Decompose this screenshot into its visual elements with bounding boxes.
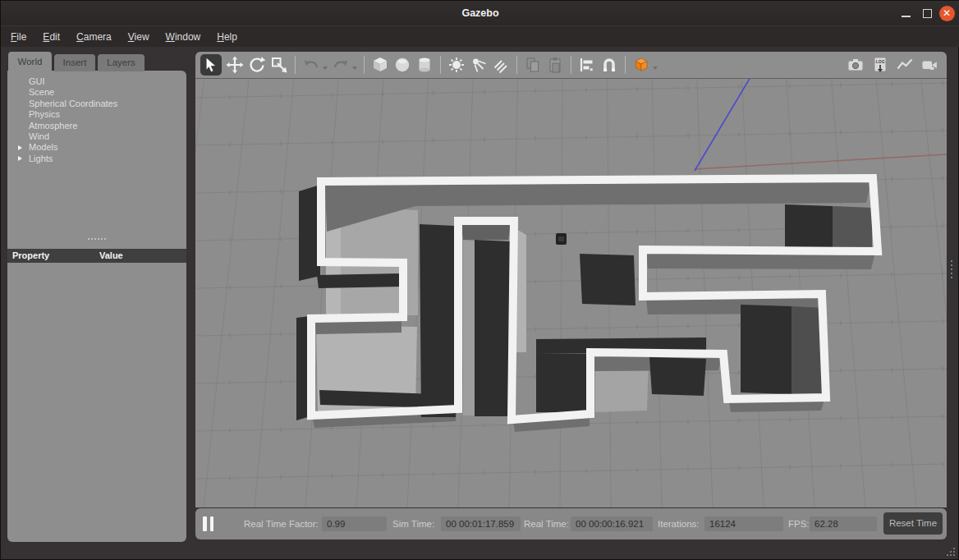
fps-label: FPS: <box>788 508 810 539</box>
tree-item-atmosphere[interactable]: Atmosphere <box>7 121 186 131</box>
close-button[interactable]: ✕ <box>938 1 956 25</box>
world-tree-panel: GUI Scene Spherical Coordinates Physics … <box>7 71 186 542</box>
tree-item-gui[interactable]: GUI <box>7 76 186 87</box>
ground-grid-line <box>204 79 249 507</box>
menu-camera[interactable]: Camera <box>75 30 113 44</box>
record-video-button[interactable] <box>920 56 938 74</box>
value-column-header: Value <box>99 249 123 263</box>
redo-button[interactable] <box>332 56 350 74</box>
expand-arrow-icon[interactable] <box>18 145 22 150</box>
redo-history-caret[interactable] <box>352 67 357 70</box>
select-tool-button[interactable] <box>200 54 222 76</box>
menu-bar: File Edit Camera View Window Help <box>1 25 959 47</box>
panel-splitter-handle[interactable] <box>951 260 952 278</box>
view-angle-button[interactable] <box>632 56 650 74</box>
paste-button[interactable] <box>546 56 564 74</box>
wall-shadow <box>317 273 402 288</box>
iterations-value-field: 16124 <box>704 516 783 531</box>
copy-button[interactable] <box>524 56 542 74</box>
directional-light-button[interactable] <box>492 56 510 74</box>
minimize-button[interactable] <box>897 1 914 25</box>
property-table-header: Property Value <box>7 249 186 263</box>
menu-window[interactable]: Window <box>164 30 203 44</box>
world-tree: GUI Scene Spherical Coordinates Physics … <box>7 76 186 164</box>
window-resize-grip[interactable] <box>943 544 955 556</box>
window-title: Gazebo <box>1 1 959 25</box>
wall-shadow <box>463 240 475 415</box>
rotate-tool-button[interactable] <box>248 56 266 74</box>
world-panel: World Insert Layers GUI Scene Spherical … <box>7 52 186 542</box>
insert-box-button[interactable] <box>371 56 389 74</box>
tree-item-wind[interactable]: Wind <box>7 131 186 142</box>
point-light-button[interactable] <box>447 56 466 74</box>
maximize-button[interactable] <box>919 1 935 25</box>
tree-splitter-handle[interactable] <box>7 236 186 242</box>
undo-history-caret[interactable] <box>323 67 328 70</box>
viewport-toolbar: LOG <box>195 52 947 79</box>
menu-help[interactable]: Help <box>215 30 239 44</box>
sim-time-value-field: 00 00:01:17.859 <box>441 516 521 531</box>
tab-world[interactable]: World <box>8 52 52 71</box>
toolbar-separator <box>571 56 571 74</box>
sim-time-label: Sim Time: <box>392 508 434 539</box>
screenshot-camera-button[interactable] <box>847 56 865 74</box>
undo-button[interactable] <box>302 56 320 74</box>
wall-shadow <box>741 305 792 394</box>
align-tool-button[interactable] <box>578 56 596 74</box>
wall-shadow <box>461 225 511 240</box>
log-icon-text: LOG <box>876 59 885 64</box>
view-angle-caret[interactable] <box>653 67 658 70</box>
toolbar-separator <box>295 56 296 74</box>
insert-sphere-button[interactable] <box>393 56 411 74</box>
tree-item-physics[interactable]: Physics <box>7 109 186 120</box>
rtf-value-field: 0.99 <box>322 516 387 531</box>
wall-shadow <box>785 204 833 250</box>
wall-shadow <box>580 254 636 305</box>
iterations-label: Iterations: <box>658 508 700 539</box>
record-log-button[interactable]: LOG <box>871 56 889 74</box>
reset-time-button[interactable]: Reset Time <box>883 512 943 535</box>
tab-insert[interactable]: Insert <box>54 54 95 71</box>
tab-layers[interactable]: Layers <box>98 54 145 71</box>
tree-item-scene[interactable]: Scene <box>7 87 186 98</box>
tree-item-spherical-coordinates[interactable]: Spherical Coordinates <box>7 99 186 109</box>
fps-value-field: 62.28 <box>810 516 877 531</box>
ground-grid-line <box>831 79 865 507</box>
menu-file[interactable]: File <box>9 30 28 44</box>
pause-button[interactable] <box>203 516 214 531</box>
toolbar-right-group: LOG <box>847 56 938 74</box>
toolbar-separator <box>625 56 626 74</box>
expand-arrow-icon[interactable] <box>18 156 22 161</box>
wall-shadow <box>475 240 510 416</box>
3d-viewport[interactable] <box>195 79 947 507</box>
ground-grid-line <box>921 79 947 507</box>
title-bar[interactable]: Gazebo ✕ <box>1 1 959 25</box>
menu-edit[interactable]: Edit <box>41 30 62 44</box>
snap-magnet-button[interactable] <box>600 56 618 74</box>
menu-view[interactable]: View <box>126 30 151 44</box>
toolbar-separator <box>364 56 365 74</box>
real-time-label: Real Time: <box>524 508 569 539</box>
ground-grid-line <box>195 131 947 145</box>
tree-item-models[interactable]: Models <box>7 142 186 153</box>
tree-item-lights[interactable]: Lights <box>7 154 186 164</box>
wall-shadow <box>792 306 823 394</box>
ground-grid-line <box>195 79 204 507</box>
property-column-header: Property <box>12 249 49 263</box>
insert-cylinder-button[interactable] <box>415 56 434 74</box>
rtf-label: Real Time Factor: <box>244 508 319 539</box>
scale-tool-button[interactable] <box>270 56 288 74</box>
translate-tool-button[interactable] <box>226 56 244 74</box>
wall-shadow <box>536 354 588 412</box>
plot-button[interactable] <box>896 56 914 74</box>
robot-model-detail <box>558 236 564 241</box>
ground-grid-line <box>560 79 562 507</box>
close-icon: ✕ <box>939 6 955 21</box>
real-time-value-field: 00 00:00:16.921 <box>571 516 653 531</box>
spot-light-button[interactable] <box>470 56 488 74</box>
wall-shadow <box>649 357 706 396</box>
minimize-icon <box>902 16 911 17</box>
ground-grid-line <box>876 79 916 507</box>
ground-grid-line <box>195 83 947 98</box>
render-panel: LOG <box>195 52 947 507</box>
